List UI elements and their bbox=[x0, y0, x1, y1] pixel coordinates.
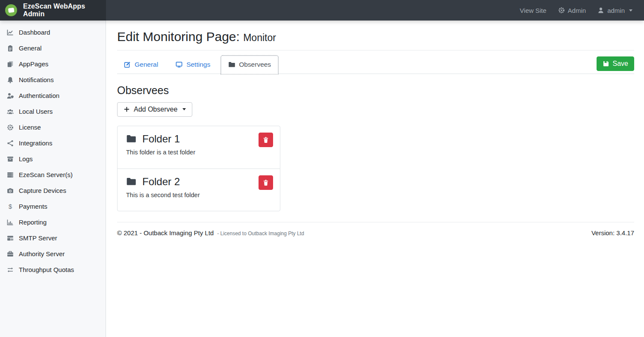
share-icon bbox=[6, 140, 14, 147]
clipboard-icon bbox=[6, 45, 14, 52]
observee-item-folder-2: Folder 2 This is a second test folder bbox=[118, 168, 280, 211]
navbar-right: View Site Admin admin bbox=[106, 0, 644, 21]
save-floppy-icon bbox=[603, 60, 609, 67]
observee-list: Folder 1 This folder is a test folder Fo… bbox=[117, 126, 280, 211]
folder-icon bbox=[126, 177, 136, 186]
navbar-brand-section: EzeScan WebApps Admin bbox=[0, 0, 106, 21]
page-title: Edit Monitoring Page: Monitor bbox=[117, 30, 634, 44]
caret-down-icon bbox=[629, 9, 632, 12]
gear-icon bbox=[558, 7, 565, 14]
folder-icon bbox=[126, 134, 136, 144]
dollar-icon: $ bbox=[6, 203, 14, 210]
observee-description: This is a second test folder bbox=[126, 192, 271, 198]
page-title-subject: Monitor bbox=[243, 32, 276, 43]
chart-line-icon bbox=[6, 29, 14, 36]
title-divider bbox=[117, 50, 634, 50]
sidebar-item-payments[interactable]: $ Payments bbox=[0, 198, 106, 214]
sidebar-item-notifications[interactable]: Notifications bbox=[0, 72, 106, 88]
tab-bar: General Settings Observees Save bbox=[117, 56, 634, 74]
top-navbar: EzeScan WebApps Admin View Site Admin bbox=[0, 0, 644, 21]
main-content: Edit Monitoring Page: Monitor General Se… bbox=[106, 21, 644, 337]
trash-icon bbox=[262, 136, 269, 143]
sidebar-item-capture-devices[interactable]: Capture Devices bbox=[0, 183, 106, 198]
sidebar-item-apppages[interactable]: AppPages bbox=[0, 56, 106, 72]
exchange-icon bbox=[6, 266, 14, 273]
user-icon bbox=[597, 7, 604, 14]
sidebar-item-dashboard[interactable]: Dashboard bbox=[0, 24, 106, 40]
monitor-icon bbox=[176, 61, 182, 68]
licensed-text: - Licensed to Outback Imaging Pty Ltd bbox=[217, 231, 304, 236]
observees-section-title: Observees bbox=[117, 84, 634, 97]
sidebar-item-general[interactable]: General bbox=[0, 40, 106, 56]
observee-name: Folder 1 bbox=[142, 133, 180, 145]
sidebar-item-throughput-quotas[interactable]: Throughput Quotas bbox=[0, 262, 106, 278]
app-logo bbox=[5, 4, 18, 17]
add-observee-button[interactable]: Add Observee bbox=[117, 102, 192, 117]
brand-title[interactable]: EzeScan WebApps Admin bbox=[23, 3, 106, 18]
admin-link[interactable]: Admin bbox=[558, 7, 586, 14]
observee-name: Folder 2 bbox=[142, 176, 180, 188]
sidebar-item-integrations[interactable]: Integrations bbox=[0, 135, 106, 151]
caret-down-icon bbox=[182, 108, 186, 110]
mail-server-icon bbox=[6, 235, 14, 242]
sidebar-item-license[interactable]: License bbox=[0, 119, 106, 135]
sidebar-item-authority-server[interactable]: Authority Server bbox=[0, 246, 106, 262]
cog-icon bbox=[6, 124, 14, 131]
plus-icon bbox=[124, 106, 130, 112]
briefcase-icon bbox=[6, 251, 14, 257]
trash-icon bbox=[262, 179, 269, 186]
tab-general[interactable]: General bbox=[117, 56, 165, 74]
camera-icon bbox=[6, 187, 14, 194]
save-button[interactable]: Save bbox=[597, 56, 634, 71]
svg-text:$: $ bbox=[8, 203, 12, 210]
observee-item-folder-1: Folder 1 This folder is a test folder bbox=[118, 126, 280, 168]
user-shield-icon bbox=[6, 92, 14, 99]
tab-settings[interactable]: Settings bbox=[169, 56, 217, 74]
edit-icon bbox=[124, 61, 131, 68]
observee-description: This folder is a test folder bbox=[126, 149, 271, 156]
view-site-link[interactable]: View Site bbox=[520, 7, 546, 14]
sidebar-item-authentication[interactable]: Authentication bbox=[0, 88, 106, 103]
archive-icon bbox=[6, 156, 14, 163]
sidebar-item-smtp-server[interactable]: SMTP Server bbox=[0, 230, 106, 246]
users-icon bbox=[6, 108, 14, 115]
copyright-text: © 2021 - Outback Imaging Pty Ltd bbox=[117, 229, 214, 236]
sidebar-item-ezescan-servers[interactable]: EzeScan Server(s) bbox=[0, 167, 106, 183]
sidebar-nav: Dashboard General AppPages Notifications bbox=[0, 21, 106, 337]
version-text: Version: 3.4.17 bbox=[591, 229, 634, 236]
tab-observees[interactable]: Observees bbox=[221, 56, 278, 74]
delete-observee-button[interactable] bbox=[259, 133, 273, 147]
ezescan-admin-app: EzeScan WebApps Admin View Site Admin bbox=[0, 0, 644, 337]
sidebar-item-logs[interactable]: Logs bbox=[0, 151, 106, 167]
pages-icon bbox=[6, 61, 14, 68]
chart-bar-icon bbox=[6, 219, 14, 226]
sidebar-item-local-users[interactable]: Local Users bbox=[0, 103, 106, 119]
delete-observee-button[interactable] bbox=[259, 175, 273, 190]
bell-icon bbox=[6, 77, 14, 83]
sidebar-item-reporting[interactable]: Reporting bbox=[0, 214, 106, 230]
user-menu[interactable]: admin bbox=[597, 7, 632, 14]
server-icon bbox=[6, 171, 14, 178]
page-footer: © 2021 - Outback Imaging Pty Ltd- Licens… bbox=[117, 222, 634, 236]
folder-icon bbox=[228, 61, 235, 68]
